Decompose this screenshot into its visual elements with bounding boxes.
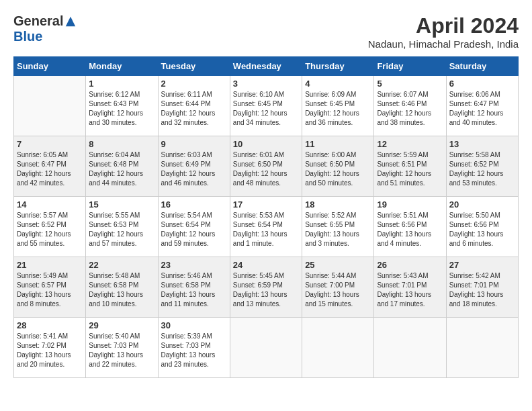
day-number: 28 xyxy=(17,320,83,330)
day-number: 6 xyxy=(449,79,515,89)
daylight-text: Daylight: 12 hours and 44 minutes. xyxy=(89,170,143,187)
daylight-text: Daylight: 12 hours and 59 minutes. xyxy=(161,230,216,247)
daylight-text: Daylight: 12 hours and 50 minutes. xyxy=(305,170,359,187)
daylight-text: Daylight: 13 hours and 20 minutes. xyxy=(17,351,71,368)
day-number: 14 xyxy=(17,199,83,210)
sunrise-text: Sunrise: 6:09 AM xyxy=(305,91,356,98)
day-number: 29 xyxy=(89,320,154,330)
day-number: 11 xyxy=(305,139,371,149)
calendar-weekday-header: Saturday xyxy=(446,57,518,76)
sunrise-text: Sunrise: 5:57 AM xyxy=(17,212,68,219)
month-year: April 2024 xyxy=(368,13,519,38)
sunrise-text: Sunrise: 5:59 AM xyxy=(377,151,428,158)
sunrise-text: Sunrise: 5:58 AM xyxy=(449,151,500,158)
sunrise-text: Sunrise: 6:05 AM xyxy=(17,151,68,158)
sunset-text: Sunset: 6:44 PM xyxy=(161,100,211,107)
logo: General Blue xyxy=(13,13,77,44)
day-info: Sunrise: 5:45 AMSunset: 6:59 PMDaylight:… xyxy=(233,271,299,309)
page-header: General Blue April 2024 Nadaun, Himachal… xyxy=(13,13,519,50)
daylight-text: Daylight: 13 hours and 8 minutes. xyxy=(17,291,71,308)
sunset-text: Sunset: 6:55 PM xyxy=(305,221,355,228)
sunrise-text: Sunrise: 6:00 AM xyxy=(305,151,356,158)
daylight-text: Daylight: 12 hours and 42 minutes. xyxy=(17,170,71,187)
calendar-cell xyxy=(14,76,86,136)
calendar-cell: 16Sunrise: 5:54 AMSunset: 6:54 PMDayligh… xyxy=(158,197,230,257)
day-info: Sunrise: 5:58 AMSunset: 6:52 PMDaylight:… xyxy=(449,150,515,188)
calendar-cell: 9Sunrise: 6:03 AMSunset: 6:49 PMDaylight… xyxy=(158,136,230,197)
calendar-weekday-header: Wednesday xyxy=(230,57,302,76)
day-number: 1 xyxy=(89,79,154,89)
logo-general: General xyxy=(13,13,63,29)
calendar-cell: 5Sunrise: 6:07 AMSunset: 6:46 PMDaylight… xyxy=(374,76,446,136)
sunrise-text: Sunrise: 5:40 AM xyxy=(89,332,140,340)
logo-blue: Blue xyxy=(13,29,42,44)
sunset-text: Sunset: 6:58 PM xyxy=(89,281,138,289)
calendar-cell: 7Sunrise: 6:05 AMSunset: 6:47 PMDaylight… xyxy=(14,136,86,197)
calendar-cell: 6Sunrise: 6:06 AMSunset: 6:47 PMDaylight… xyxy=(446,76,518,136)
daylight-text: Daylight: 13 hours and 22 minutes. xyxy=(89,351,143,368)
calendar-cell: 3Sunrise: 6:10 AMSunset: 6:45 PMDaylight… xyxy=(230,76,302,136)
day-number: 16 xyxy=(161,199,227,210)
logo-icon xyxy=(64,15,77,28)
daylight-text: Daylight: 12 hours and 46 minutes. xyxy=(161,170,216,187)
sunset-text: Sunset: 7:01 PM xyxy=(377,281,427,289)
sunrise-text: Sunrise: 5:51 AM xyxy=(377,212,428,219)
day-info: Sunrise: 5:51 AMSunset: 6:56 PMDaylight:… xyxy=(377,211,443,248)
calendar-cell: 18Sunrise: 5:52 AMSunset: 6:55 PMDayligh… xyxy=(302,197,374,257)
sunset-text: Sunset: 6:50 PM xyxy=(233,161,283,168)
calendar-table: SundayMondayTuesdayWednesdayThursdayFrid… xyxy=(13,56,519,378)
sunset-text: Sunset: 6:46 PM xyxy=(377,100,427,107)
daylight-text: Daylight: 13 hours and 6 minutes. xyxy=(449,230,504,247)
calendar-cell: 1Sunrise: 6:12 AMSunset: 6:43 PMDaylight… xyxy=(86,76,158,136)
sunset-text: Sunset: 6:50 PM xyxy=(305,161,355,168)
sunrise-text: Sunrise: 5:50 AM xyxy=(449,212,500,219)
day-number: 9 xyxy=(161,139,227,149)
day-number: 25 xyxy=(305,260,371,270)
calendar-weekday-header: Tuesday xyxy=(158,57,230,76)
sunset-text: Sunset: 6:47 PM xyxy=(449,100,499,107)
sunrise-text: Sunrise: 5:45 AM xyxy=(233,272,284,279)
sunset-text: Sunset: 7:02 PM xyxy=(17,342,66,349)
sunset-text: Sunset: 6:45 PM xyxy=(233,100,283,107)
daylight-text: Daylight: 13 hours and 1 minute. xyxy=(233,230,287,247)
calendar-weekday-header: Friday xyxy=(374,57,446,76)
sunset-text: Sunset: 6:48 PM xyxy=(89,161,138,168)
daylight-text: Daylight: 13 hours and 11 minutes. xyxy=(161,291,216,308)
calendar-cell xyxy=(302,318,374,378)
sunrise-text: Sunrise: 6:03 AM xyxy=(161,151,212,158)
sunset-text: Sunset: 7:03 PM xyxy=(89,342,138,349)
calendar-cell: 11Sunrise: 6:00 AMSunset: 6:50 PMDayligh… xyxy=(302,136,374,197)
day-number: 23 xyxy=(161,260,227,270)
day-info: Sunrise: 5:39 AMSunset: 7:03 PMDaylight:… xyxy=(161,332,227,369)
day-number: 21 xyxy=(17,260,83,270)
sunset-text: Sunset: 6:58 PM xyxy=(161,281,211,289)
sunrise-text: Sunrise: 5:41 AM xyxy=(17,332,68,340)
calendar-cell: 4Sunrise: 6:09 AMSunset: 6:45 PMDaylight… xyxy=(302,76,374,136)
day-info: Sunrise: 5:54 AMSunset: 6:54 PMDaylight:… xyxy=(161,211,227,248)
daylight-text: Daylight: 12 hours and 55 minutes. xyxy=(17,230,71,247)
day-info: Sunrise: 6:00 AMSunset: 6:50 PMDaylight:… xyxy=(305,150,371,188)
sunrise-text: Sunrise: 5:54 AM xyxy=(161,212,212,219)
sunset-text: Sunset: 7:00 PM xyxy=(305,281,355,289)
calendar-cell: 21Sunrise: 5:49 AMSunset: 6:57 PMDayligh… xyxy=(14,257,86,318)
day-info: Sunrise: 6:01 AMSunset: 6:50 PMDaylight:… xyxy=(233,150,299,188)
sunset-text: Sunset: 6:43 PM xyxy=(89,100,138,107)
location: Nadaun, Himachal Pradesh, India xyxy=(368,38,519,50)
day-info: Sunrise: 6:05 AMSunset: 6:47 PMDaylight:… xyxy=(17,150,83,188)
calendar-cell: 12Sunrise: 5:59 AMSunset: 6:51 PMDayligh… xyxy=(374,136,446,197)
day-number: 22 xyxy=(89,260,154,270)
sunset-text: Sunset: 6:52 PM xyxy=(449,161,499,168)
calendar-cell: 25Sunrise: 5:44 AMSunset: 7:00 PMDayligh… xyxy=(302,257,374,318)
day-info: Sunrise: 6:09 AMSunset: 6:45 PMDaylight:… xyxy=(305,90,371,128)
sunset-text: Sunset: 6:56 PM xyxy=(377,221,427,228)
daylight-text: Daylight: 12 hours and 51 minutes. xyxy=(377,170,431,187)
sunrise-text: Sunrise: 6:11 AM xyxy=(161,91,212,98)
sunset-text: Sunset: 6:54 PM xyxy=(233,221,283,228)
day-info: Sunrise: 5:57 AMSunset: 6:52 PMDaylight:… xyxy=(17,211,83,248)
day-info: Sunrise: 5:40 AMSunset: 7:03 PMDaylight:… xyxy=(89,332,154,369)
sunset-text: Sunset: 6:56 PM xyxy=(449,221,499,228)
sunset-text: Sunset: 7:03 PM xyxy=(161,342,211,349)
sunrise-text: Sunrise: 6:06 AM xyxy=(449,91,500,98)
day-number: 19 xyxy=(377,199,443,210)
calendar-cell xyxy=(446,318,518,378)
